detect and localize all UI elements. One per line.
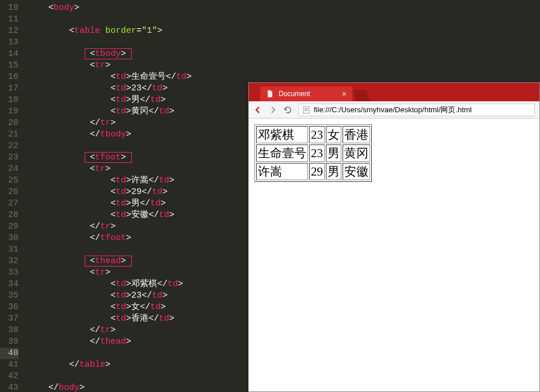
table-row: 邓紫棋23女香港 bbox=[256, 126, 370, 143]
table-cell: 29 bbox=[309, 163, 325, 180]
table-cell: 黄冈 bbox=[343, 144, 370, 162]
new-tab-button[interactable] bbox=[352, 90, 370, 101]
line-gutter: 1011121314151617181920212223242526272829… bbox=[0, 0, 23, 392]
line-number: 35 bbox=[0, 290, 18, 302]
line-number: 32 bbox=[0, 256, 18, 267]
line-number: 27 bbox=[0, 198, 18, 210]
code-line[interactable]: <tr> bbox=[23, 60, 540, 71]
address-bar[interactable]: file:///C:/Users/smyhvae/Desktop/html/网页… bbox=[298, 104, 535, 116]
table-cell: 邓紫棋 bbox=[256, 126, 308, 143]
browser-toolbar: file:///C:/Users/smyhvae/Desktop/html/网页… bbox=[249, 101, 539, 119]
line-number: 43 bbox=[0, 382, 18, 392]
url-text: file:///C:/Users/smyhvae/Desktop/html/网页… bbox=[314, 105, 472, 115]
line-number: 29 bbox=[0, 221, 18, 233]
code-line[interactable]: <table border="1"> bbox=[23, 25, 540, 37]
line-number: 14 bbox=[0, 48, 18, 60]
code-line[interactable] bbox=[23, 14, 540, 25]
line-number: 39 bbox=[0, 336, 18, 348]
table-row: 许嵩29男安徽 bbox=[256, 163, 370, 180]
line-number: 10 bbox=[0, 2, 18, 14]
line-number: 37 bbox=[0, 313, 18, 325]
page-icon bbox=[302, 106, 310, 114]
line-number: 21 bbox=[0, 129, 18, 140]
line-number: 15 bbox=[0, 60, 18, 71]
table-cell: 男 bbox=[326, 163, 341, 180]
line-number: 11 bbox=[0, 14, 18, 25]
table-cell: 男 bbox=[326, 144, 341, 162]
line-number: 30 bbox=[0, 233, 18, 244]
browser-window: Document × file:///C:/Users/smyhvae/Desk… bbox=[248, 82, 540, 392]
line-number: 40 bbox=[0, 348, 18, 359]
code-line[interactable]: <td>生命壹号</td> bbox=[23, 71, 540, 83]
table-cell: 安徽 bbox=[343, 163, 370, 180]
line-number: 17 bbox=[0, 83, 18, 94]
back-button[interactable] bbox=[253, 105, 263, 115]
forward-button[interactable] bbox=[268, 105, 277, 115]
rendered-table: 邓紫棋23女香港生命壹号23男黄冈许嵩29男安徽 bbox=[254, 124, 372, 182]
line-number: 34 bbox=[0, 279, 18, 290]
browser-tabstrip: Document × bbox=[249, 83, 539, 101]
line-number: 22 bbox=[0, 140, 18, 152]
table-cell: 女 bbox=[326, 126, 341, 143]
browser-viewport[interactable]: 邓紫棋23女香港生命壹号23男黄冈许嵩29男安徽 bbox=[249, 119, 539, 188]
line-number: 33 bbox=[0, 267, 18, 279]
reload-button[interactable] bbox=[283, 105, 292, 115]
file-icon bbox=[266, 90, 274, 98]
line-number: 16 bbox=[0, 71, 18, 83]
line-number: 19 bbox=[0, 106, 18, 117]
line-number: 42 bbox=[0, 371, 18, 382]
line-number: 38 bbox=[0, 325, 18, 336]
line-number: 13 bbox=[0, 37, 18, 48]
code-line[interactable]: <body> bbox=[23, 2, 540, 14]
line-number: 41 bbox=[0, 359, 18, 371]
line-number: 26 bbox=[0, 187, 18, 198]
tab-title: Document bbox=[279, 90, 310, 98]
line-number: 36 bbox=[0, 302, 18, 313]
table-cell: 23 bbox=[309, 126, 325, 143]
line-number: 25 bbox=[0, 175, 18, 187]
line-number: 24 bbox=[0, 163, 18, 175]
line-number: 20 bbox=[0, 117, 18, 129]
browser-tab[interactable]: Document × bbox=[260, 86, 352, 101]
svg-rect-0 bbox=[303, 106, 309, 113]
table-cell: 生命壹号 bbox=[256, 144, 308, 162]
line-number: 31 bbox=[0, 244, 18, 256]
code-line[interactable]: <tbody> bbox=[23, 48, 540, 60]
code-line[interactable] bbox=[23, 37, 540, 48]
table-row: 生命壹号23男黄冈 bbox=[256, 144, 370, 162]
line-number: 28 bbox=[0, 210, 18, 221]
close-icon[interactable]: × bbox=[342, 89, 347, 98]
table-cell: 23 bbox=[309, 144, 325, 162]
table-cell: 香港 bbox=[343, 126, 370, 143]
line-number: 12 bbox=[0, 25, 18, 37]
line-number: 18 bbox=[0, 94, 18, 106]
table-cell: 许嵩 bbox=[256, 163, 308, 180]
line-number: 23 bbox=[0, 152, 18, 163]
